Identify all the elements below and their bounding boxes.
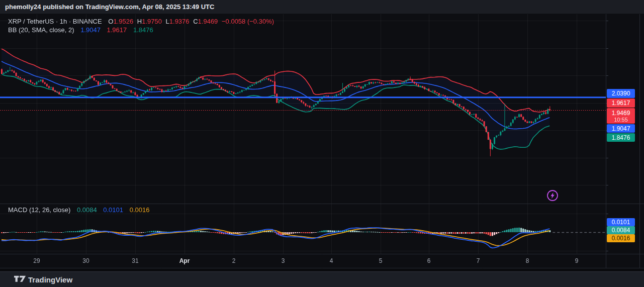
macd-histogram-value: 0.0084	[77, 206, 97, 214]
tradingview-logo-icon[interactable]	[14, 275, 26, 286]
time-axis-label: 30	[72, 257, 100, 264]
high-value: 1.9750	[142, 18, 162, 25]
price-badge-bb-lower: 1.8476	[607, 133, 635, 142]
footer-bar: TradingView	[0, 271, 644, 287]
price-badge-level: 2.0390	[607, 89, 635, 98]
tradingview-brand-link[interactable]: TradingView	[28, 272, 72, 287]
time-axis-label: 8	[513, 257, 541, 264]
macd-label[interactable]: MACD (12, 26, close)	[8, 206, 70, 214]
tradingview-published-chart: phemolly24 published on TradingView.com,…	[0, 0, 644, 287]
published-line: phemolly24 published on TradingView.com,…	[5, 0, 214, 14]
macd-badge-line: 0.0101	[607, 218, 635, 226]
macd-signal-value: 0.0016	[130, 206, 150, 214]
time-axis-label: 7	[464, 257, 492, 264]
bb-legend[interactable]: BB (20, SMA, close, 2) 1.9047 1.9617 1.8…	[8, 26, 153, 34]
open-value: 1.9526	[113, 18, 133, 25]
bb-label[interactable]: BB (20, SMA, close, 2)	[8, 26, 74, 34]
time-axis-label: 9	[563, 257, 591, 264]
low-label: L	[166, 18, 169, 25]
time-axis-label: 2	[220, 257, 248, 264]
lightning-icon	[546, 189, 559, 202]
time-axis-label: 3	[269, 257, 297, 264]
flash-button[interactable]	[546, 189, 559, 202]
time-axis-label: 31	[121, 257, 149, 264]
chart-canvas[interactable]	[0, 0, 644, 287]
macd-legend[interactable]: MACD (12, 26, close) 0.0084 0.0101 0.001…	[8, 206, 149, 214]
time-axis-label: 5	[366, 257, 395, 264]
symbol-title[interactable]: XRP / TetherUS · 1h · BINANCE	[8, 18, 102, 25]
time-axis-label: 4	[317, 257, 345, 264]
bb-basis-value: 1.9047	[80, 26, 101, 34]
price-badge-bb-upper: 1.9617	[607, 99, 635, 108]
time-axis-label: 6	[415, 257, 443, 264]
macd-line-value: 0.0101	[103, 206, 123, 214]
close-value: 1.9469	[198, 18, 218, 25]
close-label: C	[193, 18, 198, 25]
published-header-bar: phemolly24 published on TradingView.com,…	[0, 0, 644, 14]
low-value: 1.9376	[169, 18, 190, 25]
change-value: −0.0058 (−0.30%)	[222, 18, 274, 25]
open-label: O	[108, 18, 113, 25]
high-label: H	[137, 18, 142, 25]
bb-lower-value: 1.8476	[133, 26, 153, 34]
symbol-legend[interactable]: XRP / TetherUS · 1h · BINANCE O1.9526 H1…	[8, 18, 274, 25]
macd-badge-signal: 0.0016	[607, 234, 635, 242]
time-axis-label: Apr	[170, 257, 199, 264]
price-badge-last-price: 1.946910:55	[607, 108, 635, 124]
time-axis-label: 29	[23, 257, 51, 264]
bb-upper-value: 1.9617	[107, 26, 127, 34]
price-badge-bb-basis: 1.9047	[607, 124, 635, 133]
time-axis[interactable]: 293031Apr23456789	[0, 254, 606, 268]
macd-badge-histogram: 0.0084	[607, 226, 635, 234]
